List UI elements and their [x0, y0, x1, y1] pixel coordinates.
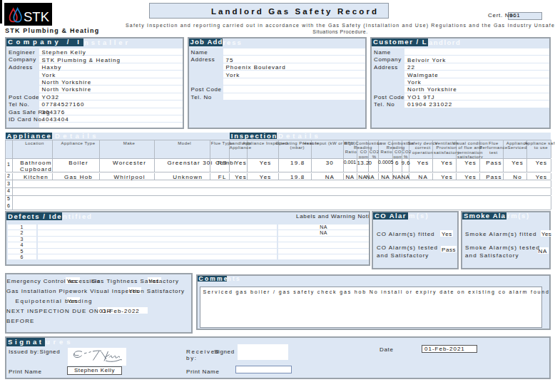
svg-text:STK: STK: [24, 9, 50, 24]
